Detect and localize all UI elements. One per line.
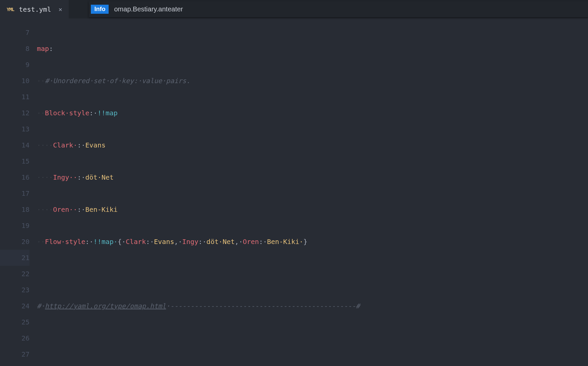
line-number: 13 [0, 121, 30, 137]
line-number: 26 [0, 330, 30, 346]
tab-filename: test.yml [19, 5, 51, 13]
line-number: 16 [0, 169, 30, 185]
line-number: 11 [0, 89, 30, 105]
line-number: 8 [0, 41, 30, 57]
info-chip: Info [91, 5, 109, 14]
line-number: 21 [0, 250, 30, 266]
line-number: 25 [0, 314, 30, 330]
tab-gap [69, 0, 89, 18]
line-number: 17 [0, 185, 30, 201]
line-number: 23 [0, 282, 30, 298]
editor[interactable]: 789101112131415161718192021222324252627 … [0, 18, 588, 366]
close-icon[interactable]: ✕ [59, 6, 62, 13]
info-bar: Info omap.Bestiary.anteater [89, 1, 588, 17]
line-number: 24 [0, 298, 30, 314]
line-number: 14 [0, 137, 30, 153]
line-number: 18 [0, 201, 30, 218]
yml-icon: YML [7, 7, 14, 12]
line-number: 10 [0, 73, 30, 89]
tab-testyml[interactable]: YML test.yml ✕ [0, 0, 69, 18]
line-number: 15 [0, 153, 30, 169]
line-number: 27 [0, 346, 30, 362]
line-number: 20 [0, 234, 30, 250]
line-number: 22 [0, 266, 30, 282]
tab-bar: YML test.yml ✕ Info omap.Bestiary.anteat… [0, 0, 588, 18]
line-number: 12 [0, 105, 30, 121]
line-number: 9 [0, 57, 30, 73]
line-number: 19 [0, 218, 30, 234]
line-number: 7 [0, 24, 30, 41]
code-area[interactable]: map: ··#·Unordered·set·of·key:·value·pai… [37, 18, 588, 366]
line-gutter: 789101112131415161718192021222324252627 [0, 18, 37, 366]
breadcrumb: omap.Bestiary.anteater [114, 5, 183, 13]
